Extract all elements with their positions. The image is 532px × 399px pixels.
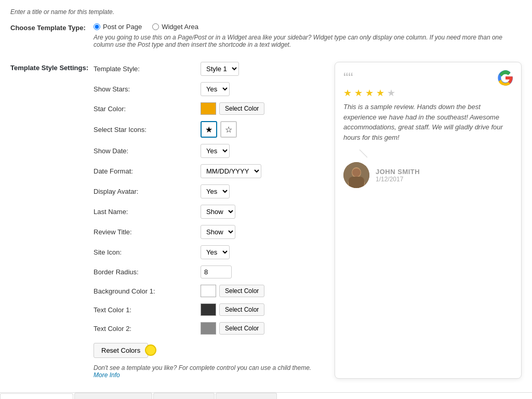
svg-rect-4	[349, 177, 364, 188]
star-3: ★	[365, 88, 374, 98]
border-radius-input[interactable]	[201, 265, 232, 278]
review-title-select[interactable]: Show Hide	[201, 225, 235, 239]
star-5: ★	[387, 88, 395, 98]
reset-colors-button[interactable]: Reset Colors	[94, 343, 148, 358]
review-title-field-label: Review Title:	[94, 228, 197, 236]
more-info-link[interactable]: More Info	[94, 371, 120, 379]
star-4: ★	[376, 88, 384, 98]
text-color2-select-btn[interactable]: Select Color	[219, 322, 264, 335]
select-star-icons-field-label: Select Star Icons:	[94, 126, 197, 134]
preview-author-date: 1/12/2017	[376, 176, 420, 183]
star-color-field-label: Star Color:	[94, 105, 197, 113]
footer-note: Don't see a template you like? For compl…	[94, 364, 324, 379]
show-date-select[interactable]: Yes No	[201, 144, 230, 158]
preview-author: JOHN SMITH 1/12/2017	[343, 162, 513, 188]
tabs-bar: General Settings Pagination Settings Fil…	[0, 392, 532, 399]
template-type-widget-label: Widget Area	[162, 23, 198, 31]
text-color1-swatch[interactable]	[201, 303, 216, 316]
preview-author-info: JOHN SMITH 1/12/2017	[376, 168, 420, 183]
star-1: ★	[343, 88, 352, 98]
svg-point-3	[352, 168, 361, 177]
star-icon-filled-btn[interactable]: ★	[201, 121, 217, 138]
text-color2-swatch[interactable]	[201, 322, 216, 335]
text-color1-select-btn[interactable]: Select Color	[219, 303, 264, 316]
bg-color-swatch[interactable]	[201, 285, 216, 297]
template-style-field-label: Template Style:	[94, 65, 197, 73]
title-hint: Enter a title or name for this template.	[10, 8, 522, 16]
preview-author-name: JOHN SMITH	[376, 168, 420, 176]
preview-stars: ★ ★ ★ ★ ★	[343, 87, 513, 99]
preview-review-text: This is a sample review. Hands down the …	[343, 102, 513, 142]
speech-bubble-tail	[359, 150, 367, 158]
template-type-radio-post[interactable]	[94, 23, 100, 30]
site-icon-field-label: Site Icon:	[94, 248, 197, 256]
star-color-swatch[interactable]	[201, 102, 216, 115]
star-2: ★	[354, 88, 363, 98]
show-stars-field-label: Show Stars:	[94, 85, 197, 93]
preview-card: ““ ★ ★ ★ ★ ★ This is a sample review. Ha…	[335, 62, 522, 379]
preview-avatar	[343, 162, 369, 188]
preview-quote-icon: ““	[343, 71, 513, 85]
star-icon-outline-btn[interactable]: ☆	[220, 121, 237, 138]
google-g-icon	[497, 70, 514, 89]
template-style-section-label: Template Style Settings:	[10, 62, 94, 72]
display-avatar-field-label: Display Avatar:	[94, 188, 197, 195]
tab-pagination-settings[interactable]: Pagination Settings	[74, 393, 152, 399]
tab-more-settings[interactable]: More Settings	[216, 393, 277, 399]
template-style-select[interactable]: Style 1 Style 2 Style 3	[201, 62, 239, 76]
last-name-select[interactable]: Show Hide	[201, 205, 235, 219]
show-stars-select[interactable]: Yes No	[201, 82, 230, 96]
border-radius-field-label: Border Radius:	[94, 268, 197, 276]
choose-template-label: Choose Template Type:	[10, 23, 94, 32]
bg-color-field-label: Background Color 1:	[94, 287, 197, 295]
template-type-widget[interactable]: Widget Area	[152, 23, 198, 31]
cursor-indicator	[145, 344, 156, 356]
template-type-radio-group: Post or Page Widget Area	[94, 23, 522, 31]
template-type-post-label: Post or Page	[103, 23, 142, 31]
template-type-description: Are you going to use this on a Page/Post…	[94, 34, 522, 48]
tab-filter-settings[interactable]: Filter Settings	[153, 393, 214, 399]
display-avatar-select[interactable]: Yes No	[201, 184, 230, 198]
site-icon-select[interactable]: Yes No	[201, 245, 230, 259]
bg-color-select-btn[interactable]: Select Color	[219, 285, 264, 297]
star-color-select-btn[interactable]: Select Color	[219, 102, 264, 115]
tab-general-settings[interactable]: General Settings	[0, 393, 73, 399]
template-type-radio-widget[interactable]	[152, 23, 159, 30]
date-format-select[interactable]: MM/DD/YYYY DD/MM/YYYY YYYY/MM/DD	[201, 164, 261, 178]
text-color1-field-label: Text Color 1:	[94, 306, 197, 314]
template-type-post-page[interactable]: Post or Page	[94, 23, 142, 31]
last-name-field-label: Last Name:	[94, 208, 197, 216]
show-date-field-label: Show Date:	[94, 147, 197, 155]
text-color2-field-label: Text Color 2:	[94, 325, 197, 332]
date-format-field-label: Date Format:	[94, 167, 197, 175]
